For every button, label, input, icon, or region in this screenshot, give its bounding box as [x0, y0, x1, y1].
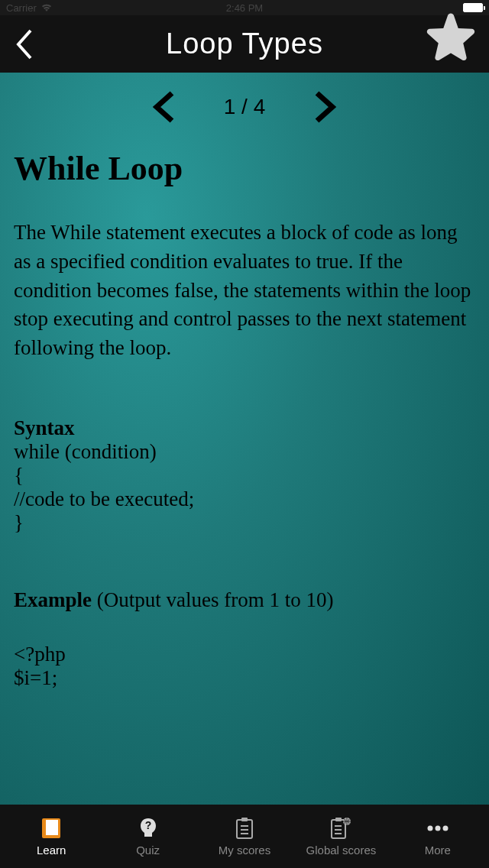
svg-rect-1	[44, 820, 58, 835]
svg-point-16	[435, 826, 440, 831]
tab-label: More	[425, 844, 451, 857]
tab-label: Learn	[37, 844, 66, 857]
content-area: 1 / 4 While Loop The While statement exe…	[0, 73, 489, 805]
tab-label: Quiz	[136, 844, 160, 857]
example-heading: Example (Output values from 1 to 10)	[14, 588, 475, 612]
star-icon	[421, 8, 481, 68]
svg-rect-10	[335, 818, 342, 821]
svg-point-15	[427, 826, 432, 831]
tab-quiz[interactable]: ? Quiz	[99, 816, 196, 857]
quiz-icon: ?	[136, 816, 160, 840]
svg-point-17	[442, 826, 448, 831]
syntax-section: Syntax while (condition) { //code to be …	[14, 416, 475, 535]
status-time: 2:46 PM	[226, 2, 263, 14]
next-page-button[interactable]	[311, 93, 338, 121]
wifi-icon	[41, 4, 52, 11]
more-icon	[426, 816, 450, 840]
tab-more[interactable]: More	[390, 816, 486, 857]
example-desc: (Output values from 1 to 10)	[92, 588, 333, 611]
tab-bar: Learn ? Quiz My scores Global scores Mor…	[0, 805, 489, 868]
tab-label: Global scores	[306, 844, 377, 857]
favorite-button[interactable]	[420, 8, 481, 69]
syntax-label: Syntax	[14, 416, 475, 440]
pager-label: 1 / 4	[224, 95, 265, 119]
tab-label: My scores	[219, 844, 270, 857]
clipboard-icon	[232, 816, 257, 840]
article: While Loop The While statement executes …	[14, 149, 475, 690]
example-label: Example	[14, 588, 92, 611]
pager: 1 / 4	[14, 73, 475, 134]
page-title: Loop Types	[166, 28, 323, 60]
clipboard-globe-icon	[329, 816, 353, 840]
article-title: While Loop	[14, 149, 475, 188]
syntax-code: while (condition) { //code to be execute…	[14, 440, 475, 535]
tab-learn[interactable]: Learn	[3, 816, 99, 857]
nav-header: Loop Types	[0, 15, 489, 73]
tab-my-scores[interactable]: My scores	[196, 816, 293, 857]
back-button[interactable]	[9, 25, 40, 63]
carrier-label: Carrier	[6, 2, 37, 14]
book-icon	[39, 816, 63, 840]
example-code: <?php $i=1;	[14, 643, 475, 690]
tab-global-scores[interactable]: Global scores	[293, 816, 389, 857]
svg-rect-2	[44, 820, 46, 835]
status-bar: Carrier 2:46 PM	[0, 0, 489, 15]
svg-text:?: ?	[144, 819, 151, 831]
prev-page-button[interactable]	[151, 93, 178, 121]
article-body: The While statement executes a block of …	[14, 219, 475, 363]
svg-rect-5	[241, 818, 248, 821]
